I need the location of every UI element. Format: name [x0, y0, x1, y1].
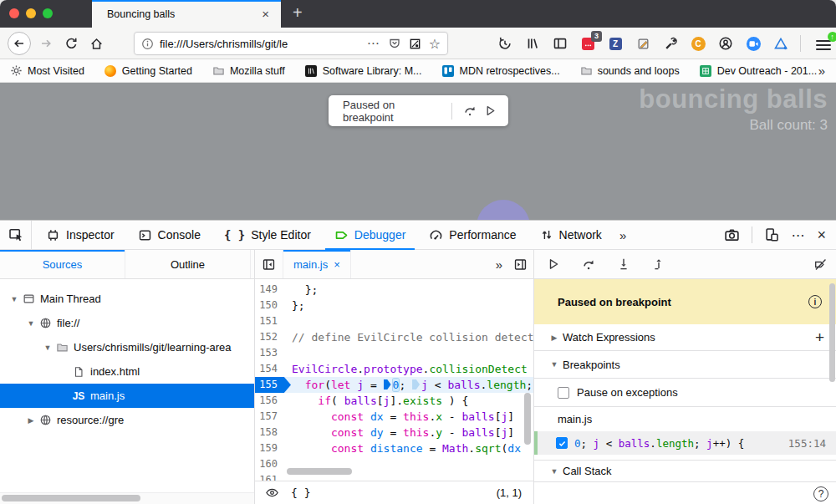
bookmark-item[interactable]: Most Visited — [10, 64, 84, 77]
pause-on-exceptions-row[interactable]: Pause on exceptions — [534, 379, 836, 407]
zoom-window-button[interactable] — [43, 8, 53, 18]
editor-vscroll-thumb[interactable] — [524, 393, 531, 445]
code-line-154[interactable]: 154 EvilCircle.prototype.collisionDetect — [255, 361, 533, 377]
editor-source-tab[interactable]: main.js × — [283, 250, 351, 278]
menu-button[interactable]: ↑ — [812, 35, 832, 52]
sources-tab-sources[interactable]: Sources — [0, 250, 125, 278]
line-number[interactable]: 154 — [255, 361, 285, 377]
line-number[interactable]: 149 — [255, 282, 285, 298]
deactivate-breakpoints-button[interactable] — [811, 255, 829, 273]
source-tab-close-icon[interactable]: × — [334, 258, 340, 271]
blackbox-source-button[interactable] — [265, 486, 279, 500]
zoom-meeting-icon[interactable] — [745, 35, 762, 52]
code-line-156[interactable]: 156 if( balls[j].exists ) { — [255, 393, 533, 409]
step-out-button[interactable] — [650, 255, 668, 273]
line-number[interactable]: 151 — [255, 313, 285, 329]
responsive-design-button[interactable] — [764, 227, 779, 242]
page-actions-icon[interactable]: ⋯ — [367, 36, 380, 51]
overlay-step-over-button[interactable] — [460, 101, 480, 121]
devtools-menu-button[interactable]: ⋯ — [791, 227, 805, 243]
code-editor[interactable]: 149 }; 150 }; 151 152 // define EvilCirc… — [255, 279, 533, 481]
devtools-tab-console[interactable]: Console — [129, 221, 210, 249]
code-line-151[interactable]: 151 — [255, 313, 533, 329]
overlay-resume-button[interactable] — [480, 101, 500, 121]
collapse-sources-button[interactable] — [255, 250, 283, 278]
code-line-157[interactable]: 157 const dx = this.x - balls[j] — [255, 409, 533, 425]
call-stack-header[interactable]: ▼ Call Stack — [534, 460, 836, 482]
line-number[interactable]: 157 — [255, 409, 285, 425]
column-breakpoint-marker[interactable] — [412, 379, 420, 389]
annotation-extension-icon[interactable] — [635, 35, 651, 52]
browser-tab[interactable]: Bouncing balls × — [92, 0, 281, 28]
tab-close-icon[interactable]: × — [258, 7, 273, 21]
tree-item-file-[interactable]: ▼file:// — [0, 311, 254, 335]
line-number[interactable]: 159 — [255, 440, 285, 456]
code-line-153[interactable]: 153 — [255, 345, 533, 361]
sources-hscroll-thumb[interactable] — [2, 495, 140, 501]
sidebar-icon[interactable] — [552, 35, 568, 52]
pocket-icon[interactable] — [388, 37, 401, 50]
more-sources-button[interactable]: » — [490, 257, 507, 272]
pause-on-exceptions-checkbox[interactable] — [558, 387, 569, 399]
tree-item-resource-gre[interactable]: ▶resource://gre — [0, 408, 254, 432]
line-number[interactable]: 153 — [255, 345, 285, 361]
wrench-icon[interactable] — [662, 35, 679, 52]
minimize-window-button[interactable] — [26, 8, 36, 18]
bookmark-item[interactable]: Software Library: M... — [305, 64, 422, 77]
expand-panel-right-button[interactable] — [507, 257, 533, 272]
tree-item-users-chrismills-git-learning-area[interactable]: ▼Users/chrismills/git/learning-area — [0, 335, 254, 359]
reload-button[interactable] — [60, 33, 82, 54]
breakpoint-checkbox[interactable] — [556, 437, 568, 449]
screenshot-extension-icon[interactable] — [409, 38, 421, 50]
history-icon[interactable] — [497, 35, 513, 52]
site-info-icon[interactable] — [141, 38, 154, 50]
bookmarks-overflow-button[interactable]: » — [818, 64, 824, 78]
line-number[interactable]: 155 — [255, 377, 285, 393]
line-number[interactable]: 161 — [255, 472, 285, 481]
breakpoint-row[interactable]: 0; j < balls.length; j++) { 155:14 — [534, 431, 836, 455]
code-line-155[interactable]: 155 for(let j = 0; j < balls.length; j++ — [255, 377, 533, 393]
tree-item-index.html[interactable]: index.html — [0, 359, 254, 384]
line-number[interactable]: 158 — [255, 425, 285, 440]
url-bar[interactable]: file:///Users/chrismills/git/le ⋯ ☆ — [134, 32, 448, 55]
account-icon[interactable] — [717, 35, 734, 52]
pick-element-button[interactable] — [0, 221, 32, 249]
bookmark-item[interactable]: Getting Started — [104, 64, 192, 77]
sources-tab-outline[interactable]: Outline — [125, 250, 251, 278]
zotero-icon[interactable]: Z — [607, 35, 624, 52]
screenshot-button[interactable] — [724, 227, 740, 243]
devtools-close-button[interactable]: × — [817, 227, 826, 244]
sidebar-vscroll-thumb[interactable] — [829, 283, 835, 382]
info-icon[interactable]: i — [808, 295, 822, 308]
code-line-150[interactable]: 150 }; — [255, 298, 533, 313]
home-button[interactable] — [85, 33, 107, 54]
triangle-extension-icon[interactable] — [772, 35, 789, 52]
close-window-button[interactable] — [9, 8, 19, 18]
devtools-tab-performance[interactable]: Performance — [420, 221, 525, 249]
line-number[interactable]: 160 — [255, 456, 285, 472]
bookmark-item[interactable]: sounds and loops — [580, 64, 680, 77]
bookmark-item[interactable]: Mozilla stuff — [212, 64, 285, 77]
cplus-extension-icon[interactable]: C — [690, 35, 706, 52]
back-button[interactable] — [8, 32, 31, 55]
library-icon[interactable] — [524, 35, 541, 52]
editor-hscroll-thumb[interactable] — [287, 468, 352, 475]
step-over-button[interactable] — [579, 255, 598, 273]
add-watch-expression-button[interactable]: + — [815, 328, 824, 347]
line-number[interactable]: 156 — [255, 393, 285, 409]
bookmark-item[interactable]: MDN retrospectives... — [442, 64, 560, 77]
step-in-button[interactable] — [614, 255, 633, 273]
breakpoint-file-heading[interactable]: main.js — [534, 407, 836, 431]
bookmark-item[interactable]: Dev Outreach - 201... — [700, 64, 818, 77]
breakpoints-header[interactable]: ▼ Breakpoints — [534, 351, 836, 379]
column-breakpoint-marker-active[interactable] — [384, 379, 391, 389]
bookmark-star-icon[interactable]: ☆ — [429, 36, 441, 52]
devtools-tab-debugger[interactable]: Debugger — [325, 221, 415, 249]
line-number[interactable]: 150 — [255, 298, 285, 313]
tree-item-main-thread[interactable]: ▼Main Thread — [0, 287, 254, 311]
extension-badge-icon[interactable]: 3 — [579, 35, 596, 52]
watch-expressions-header[interactable]: ▶ Watch Expressions + — [534, 324, 836, 351]
code-line-158[interactable]: 158 const dy = this.y - balls[j] — [255, 425, 533, 440]
tree-item-main.js[interactable]: JSmain.js — [0, 384, 254, 408]
code-line-152[interactable]: 152 // define EvilCircle collision detec… — [255, 329, 533, 345]
